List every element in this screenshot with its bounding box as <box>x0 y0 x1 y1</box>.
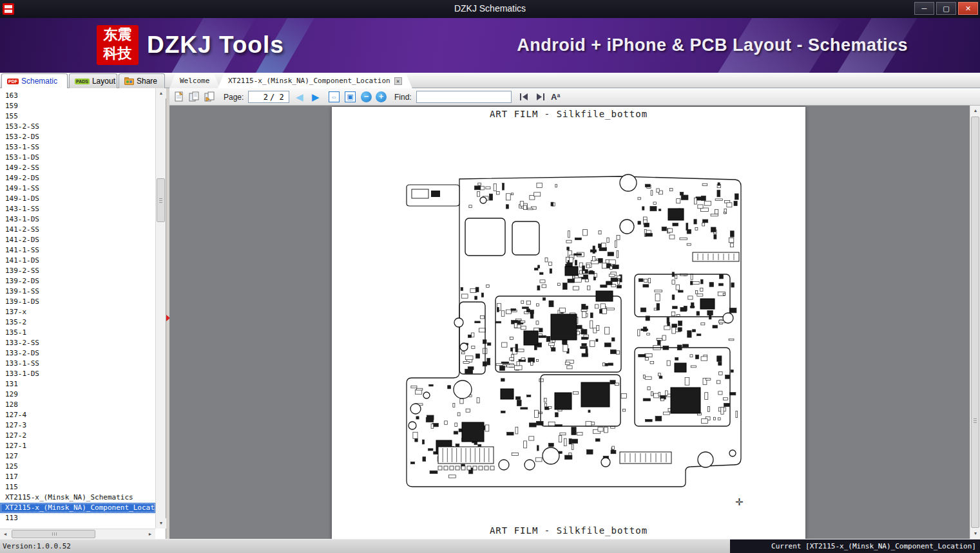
find-prev-button[interactable] <box>519 93 529 101</box>
list-item[interactable]: 127-3 <box>0 420 155 431</box>
list-item[interactable]: 141-2-SS <box>0 225 155 235</box>
zoom-out-button[interactable]: − <box>361 91 372 102</box>
list-item[interactable]: 127-1 <box>0 441 155 451</box>
list-item[interactable]: 141-2-DS <box>0 235 155 245</box>
tab-schematic[interactable]: PDF Schematic <box>1 73 68 88</box>
list-item[interactable]: 155 <box>0 111 155 122</box>
list-item[interactable]: 153-1-DS <box>0 153 155 163</box>
pcb-silkscreen-drawing <box>398 170 745 492</box>
list-item[interactable]: 139-2-SS <box>0 266 155 276</box>
font-size-button[interactable]: Aª <box>551 92 560 102</box>
list-item[interactable]: 129 <box>0 389 155 400</box>
logo-line1: 东震 <box>97 25 139 44</box>
list-item[interactable]: 149-2-SS <box>0 163 155 173</box>
current-document-text: Current [XT2115-x_(Minsk_NA)_Component_L… <box>730 539 980 553</box>
document-vertical-scrollbar[interactable]: ▲ ▼ <box>970 106 980 539</box>
list-item[interactable]: 141-1-DS <box>0 256 155 266</box>
find-next-button[interactable] <box>535 93 545 101</box>
list-item[interactable]: 135-1 <box>0 328 155 338</box>
page-next-button[interactable]: ▶ <box>312 88 320 106</box>
list-item[interactable]: 139-2-DS <box>0 276 155 286</box>
two-page-icon[interactable] <box>189 91 200 102</box>
list-item[interactable]: 113 <box>0 513 155 523</box>
schematic-page-list: 163159155153-2-SS153-2-DS153-1-SS153-1-D… <box>0 88 166 539</box>
fit-page-button[interactable]: ▣ <box>345 91 356 102</box>
pdf-page: ART FILM - Silkfile_bottom ✛ ART FILM - … <box>332 107 805 539</box>
list-item[interactable]: 143-1-SS <box>0 204 155 214</box>
status-bar: Version:1.0.0.52 Current [XT2115-x_(Mins… <box>0 539 980 553</box>
dzkj-logo: 东震 科技 <box>97 25 139 65</box>
page-copy-icon[interactable] <box>204 91 215 102</box>
list-item[interactable]: 133-1-SS <box>0 359 155 369</box>
page-number-input[interactable] <box>251 93 268 102</box>
doc-tab-component-location[interactable]: XT2115-x_(Minsk_NA)_Component_Location ✕ <box>218 74 412 88</box>
list-item[interactable]: 149-2-DS <box>0 173 155 183</box>
sidebar-hscroll-thumb[interactable] <box>12 530 95 538</box>
find-input[interactable] <box>416 91 512 103</box>
sidebar-vscroll-thumb[interactable] <box>157 178 165 222</box>
minimize-button[interactable]: ─ <box>914 2 934 15</box>
maximize-button[interactable]: ▢ <box>936 2 956 15</box>
doc-scroll-up-button[interactable]: ▲ <box>970 106 980 116</box>
header-banner: 东震 科技 DZKJ Tools Android + iPhone & PCB … <box>0 18 980 73</box>
title-bar: DZKJ Schematics ─ ▢ ✕ <box>0 0 980 18</box>
list-item[interactable]: 139-1-DS <box>0 297 155 307</box>
list-item[interactable]: 131 <box>0 379 155 389</box>
tab-share[interactable]: Share <box>119 73 165 88</box>
doc-tab-welcome[interactable]: Welcome <box>169 74 220 88</box>
tab-close-icon[interactable]: ✕ <box>394 77 402 85</box>
viewer-pane: Page: / 2 ◀ ▶ ⇔ ▣ − + Find: Aª ART FILM … <box>169 88 980 539</box>
list-item[interactable]: 153-2-DS <box>0 132 155 142</box>
share-folder-icon <box>124 77 134 85</box>
list-item[interactable]: 125 <box>0 462 155 472</box>
page-list: 163159155153-2-SS153-2-DS153-1-SS153-1-D… <box>0 91 155 529</box>
tab-schematic-label: Schematic <box>21 77 57 86</box>
page-header-text: ART FILM - Silkfile_bottom <box>332 109 805 119</box>
document-view: ART FILM - Silkfile_bottom ✛ ART FILM - … <box>169 106 970 539</box>
list-item[interactable]: 127-4 <box>0 410 155 420</box>
list-item[interactable]: 163 <box>0 91 155 101</box>
find-label: Find: <box>394 93 412 102</box>
list-item[interactable]: 135-2 <box>0 317 155 328</box>
list-item[interactable]: 137-x <box>0 307 155 317</box>
zoom-in-button[interactable]: + <box>376 91 387 102</box>
list-item[interactable]: 133-1-DS <box>0 369 155 379</box>
list-item[interactable]: XT2115-x_(Minsk_NA)_Component_Location <box>0 503 155 513</box>
list-item[interactable]: 133-2-SS <box>0 338 155 348</box>
tab-share-label: Share <box>137 77 157 86</box>
scroll-left-button[interactable]: ◄ <box>0 529 10 539</box>
doc-vscroll-thumb[interactable] <box>971 117 979 528</box>
logo-line2: 科技 <box>97 44 139 62</box>
page-prev-button[interactable]: ◀ <box>296 88 303 106</box>
list-item[interactable]: 149-1-SS <box>0 183 155 194</box>
list-item[interactable]: 153-2-SS <box>0 122 155 132</box>
tab-layout-label: Layout <box>92 77 115 86</box>
list-item[interactable]: 133-2-DS <box>0 348 155 359</box>
list-item[interactable]: XT2115-x_(Minsk_NA)_Schematics <box>0 492 155 503</box>
list-item[interactable]: 127 <box>0 451 155 462</box>
scroll-up-button[interactable]: ▲ <box>156 88 166 98</box>
fit-width-button[interactable]: ⇔ <box>329 91 340 102</box>
doc-scroll-down-button[interactable]: ▼ <box>970 529 980 539</box>
list-item[interactable]: 127-2 <box>0 431 155 441</box>
sidebar-vertical-scrollbar[interactable]: ▲ ▼ <box>155 88 166 529</box>
window-title: DZKJ Schematics <box>0 3 980 14</box>
banner-tagline: Android + iPhone & PCB Layout - Schemati… <box>517 35 908 55</box>
version-text: Version:1.0.0.52 <box>3 542 71 550</box>
list-item[interactable]: 159 <box>0 101 155 111</box>
close-button[interactable]: ✕ <box>958 2 978 15</box>
tab-layout[interactable]: PADS Layout <box>69 73 117 88</box>
list-item[interactable]: 117 <box>0 472 155 482</box>
pads-icon: PADS <box>75 79 90 84</box>
list-item[interactable]: 115 <box>0 482 155 492</box>
list-item[interactable]: 128 <box>0 400 155 410</box>
list-item[interactable]: 143-1-DS <box>0 214 155 225</box>
list-item[interactable]: 141-1-SS <box>0 245 155 256</box>
list-item[interactable]: 153-1-SS <box>0 142 155 153</box>
scroll-right-button[interactable]: ► <box>145 529 155 539</box>
sidebar-horizontal-scrollbar[interactable]: ◄ ► <box>0 529 155 539</box>
list-item[interactable]: 139-1-SS <box>0 286 155 297</box>
single-page-icon[interactable] <box>173 91 184 102</box>
scroll-down-button[interactable]: ▼ <box>156 518 166 529</box>
list-item[interactable]: 149-1-DS <box>0 194 155 204</box>
